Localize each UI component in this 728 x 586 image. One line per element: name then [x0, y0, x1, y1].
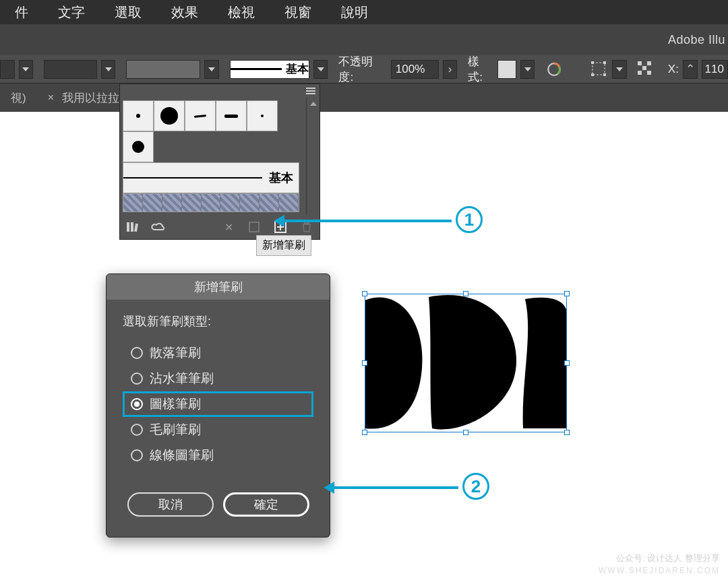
- cloud-icon[interactable]: [151, 220, 166, 234]
- brush-thumb[interactable]: [247, 100, 278, 131]
- radio-label: 散落筆刷: [150, 344, 201, 362]
- style-dropdown[interactable]: [520, 60, 535, 79]
- tooltip-new-brush: 新增筆刷: [256, 235, 311, 256]
- menu-item[interactable]: 件: [0, 3, 43, 22]
- menu-item[interactable]: 視窗: [270, 3, 326, 22]
- brush-preset[interactable]: 基本: [230, 60, 309, 79]
- title-strip: Adobe Illu: [0, 24, 728, 55]
- menu-item[interactable]: 檢視: [213, 3, 270, 22]
- handle-sw[interactable]: [362, 430, 367, 435]
- brush-preset-label: 基本: [286, 61, 309, 77]
- svg-rect-3: [603, 61, 606, 64]
- svg-rect-2: [591, 61, 594, 64]
- x-label: X:: [668, 63, 679, 76]
- svg-rect-14: [127, 222, 129, 232]
- brush-thumb[interactable]: [185, 100, 216, 131]
- menu-item[interactable]: 文字: [43, 3, 100, 22]
- anchor-icon[interactable]: [637, 61, 655, 78]
- delete-brush-icon[interactable]: [299, 220, 314, 234]
- x-value: 110: [705, 63, 724, 76]
- transform-icon[interactable]: [590, 61, 608, 78]
- radio-label: 沾水筆筆刷: [150, 370, 214, 387]
- menu-item[interactable]: 選取: [100, 3, 156, 22]
- dialog-heading: 選取新筆刷類型:: [123, 313, 313, 329]
- menu-bar: 件 文字 選取 效果 檢視 視窗 說明: [0, 0, 728, 24]
- svg-rect-1: [593, 63, 605, 75]
- opacity-value: 100%: [396, 63, 425, 76]
- radio-scatter-brush[interactable]: 散落筆刷: [123, 340, 313, 366]
- menu-item[interactable]: 效果: [156, 3, 213, 22]
- panel-scrollbar[interactable]: [306, 98, 320, 215]
- handle-ne[interactable]: [564, 291, 570, 296]
- opacity-label: 不透明度:: [338, 54, 386, 85]
- fill-dropdown[interactable]: [19, 60, 34, 79]
- x-link-icon[interactable]: ⌃: [683, 60, 698, 79]
- brush-row-basic[interactable]: 基本: [123, 162, 299, 193]
- style-label: 樣式:: [468, 54, 493, 85]
- recolor-icon[interactable]: [545, 61, 563, 78]
- transform-dropdown[interactable]: [612, 60, 627, 79]
- svg-rect-7: [647, 61, 651, 65]
- brush-row-label: 基本: [269, 170, 293, 186]
- handle-nw[interactable]: [362, 291, 367, 296]
- brushes-panel: 基本 ✕: [119, 84, 320, 240]
- radio-pattern-brush[interactable]: 圖樣筆刷: [123, 391, 313, 417]
- radio-label: 線條圖筆刷: [150, 447, 214, 464]
- brush-row-pattern[interactable]: [123, 193, 299, 212]
- selected-artwork[interactable]: [365, 294, 567, 432]
- svg-rect-10: [642, 66, 646, 70]
- svg-rect-6: [638, 61, 642, 65]
- svg-rect-4: [591, 73, 594, 76]
- tab[interactable]: 視): [0, 84, 37, 112]
- close-icon[interactable]: ×: [48, 92, 54, 104]
- menu-item[interactable]: 說明: [326, 3, 383, 22]
- watermark: 公众号: 设计达人 整理分享 WWW.SHEJIDAREN.COM: [599, 552, 720, 577]
- tab-label: 視): [11, 90, 26, 106]
- brush-thumb[interactable]: [216, 100, 247, 131]
- radio-calligraphic-brush[interactable]: 沾水筆筆刷: [123, 366, 313, 391]
- stroke-weight-field[interactable]: [44, 60, 97, 79]
- handle-n[interactable]: [463, 291, 468, 296]
- radio-label: 圖樣筆刷: [150, 395, 201, 413]
- handle-s[interactable]: [463, 430, 468, 435]
- handle-e[interactable]: [564, 360, 570, 366]
- options-bar: 基本 不透明度: 100% › 樣式: X: ⌃ 110: [0, 55, 728, 84]
- profile-dropdown[interactable]: [204, 60, 219, 79]
- handle-w[interactable]: [362, 360, 367, 366]
- radio-art-brush[interactable]: 線條圖筆刷: [123, 443, 313, 468]
- svg-rect-17: [249, 222, 259, 232]
- ok-button[interactable]: 確定: [223, 492, 309, 517]
- bounding-box: [365, 294, 567, 432]
- remove-stroke-icon[interactable]: ✕: [221, 220, 236, 234]
- radio-label: 毛刷筆刷: [150, 421, 201, 438]
- panel-menu-icon[interactable]: [306, 88, 315, 94]
- opacity-dropdown[interactable]: ›: [443, 60, 458, 79]
- stroke-weight-dropdown[interactable]: [101, 60, 116, 79]
- new-brush-button[interactable]: [272, 219, 289, 235]
- style-swatch[interactable]: [497, 60, 516, 79]
- app-title: Adobe Illu: [668, 33, 725, 47]
- radio-bristle-brush[interactable]: 毛刷筆刷: [123, 417, 313, 443]
- fill-swatch[interactable]: [0, 60, 15, 79]
- brush-thumb[interactable]: [154, 100, 185, 131]
- svg-rect-5: [603, 73, 606, 76]
- document-tabs: 視) ×我用以拉拉的.: [0, 84, 728, 112]
- dialog-title: 新增筆刷: [107, 274, 330, 300]
- brush-thumb[interactable]: [123, 100, 154, 131]
- new-brush-dialog: 新增筆刷 選取新筆刷類型: 散落筆刷 沾水筆筆刷 圖樣筆刷 毛刷筆刷 線條圖筆刷…: [106, 273, 330, 538]
- profile-field[interactable]: [126, 60, 200, 79]
- svg-rect-15: [131, 222, 133, 232]
- opacity-field[interactable]: 100%: [391, 60, 439, 79]
- brush-thumb[interactable]: [123, 131, 154, 162]
- x-field[interactable]: 110: [702, 60, 728, 79]
- svg-rect-8: [638, 71, 642, 75]
- svg-rect-16: [134, 224, 138, 232]
- handle-se[interactable]: [564, 430, 570, 435]
- options-icon[interactable]: [247, 220, 262, 234]
- library-icon[interactable]: [125, 220, 140, 234]
- brush-dropdown[interactable]: [313, 60, 328, 79]
- svg-rect-9: [647, 71, 651, 75]
- cancel-button[interactable]: 取消: [127, 492, 214, 517]
